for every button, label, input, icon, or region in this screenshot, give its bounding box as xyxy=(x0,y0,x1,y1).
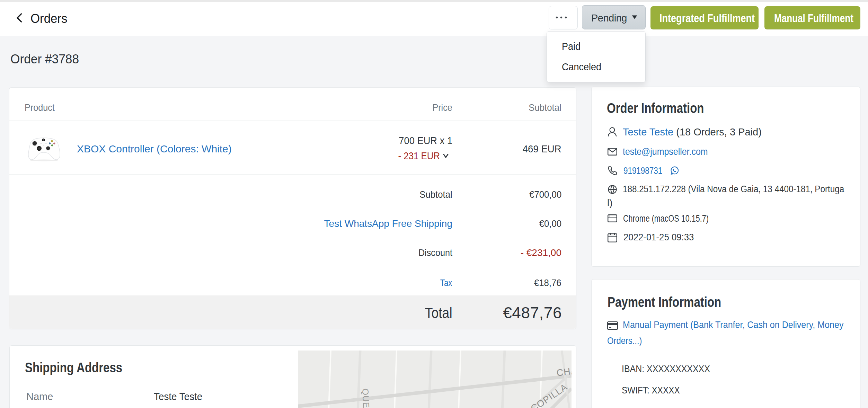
svg-text:QUET: QUET xyxy=(361,388,372,408)
svg-text:CHA: CHA xyxy=(556,365,572,378)
